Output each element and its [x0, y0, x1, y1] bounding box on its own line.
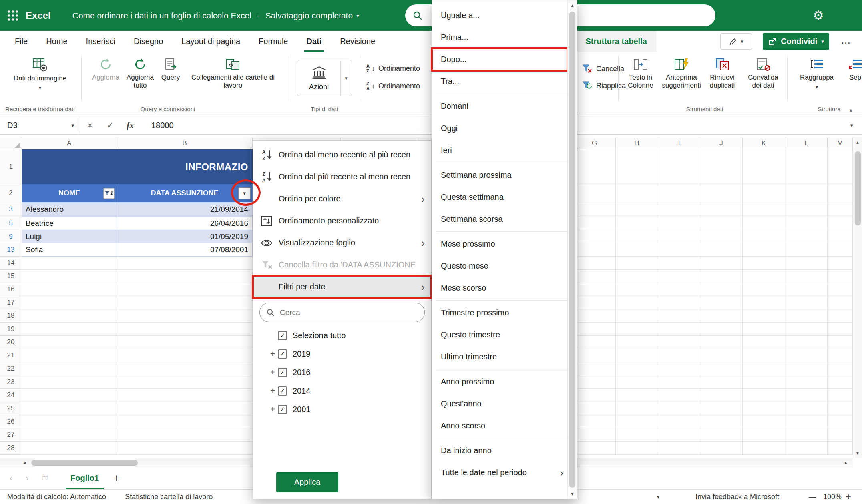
column-header-G[interactable]: G — [573, 137, 616, 149]
column-header-L[interactable]: L — [785, 137, 828, 149]
collapse-ribbon-chevron-icon[interactable]: ▴ — [850, 107, 852, 113]
date-filter-item-quest-anno[interactable]: Quest'anno — [432, 393, 567, 415]
remove-duplicates-button[interactable]: Rimuovi duplicati — [703, 58, 741, 90]
scroll-down-arrow-icon[interactable]: ▾ — [853, 450, 862, 456]
formula-bar-value[interactable]: 18000 — [151, 121, 174, 130]
zoom-level[interactable]: 100% — [823, 490, 842, 504]
row-header-28[interactable]: 28 — [0, 442, 22, 455]
checkbox-checked-icon[interactable]: ✓ — [278, 386, 287, 396]
chevron-down-icon[interactable]: ▾ — [340, 60, 352, 96]
cancel-entry-icon[interactable]: × — [80, 120, 100, 130]
share-button[interactable]: Condividi ▾ — [763, 33, 829, 50]
cell-name[interactable]: Beatrice — [22, 217, 117, 230]
date-filter-item-settimana-scorsa[interactable]: Settimana scorsa — [432, 208, 567, 230]
editing-mode-button[interactable]: ▾ — [720, 33, 752, 50]
row-header-2[interactable]: 2 — [0, 184, 22, 202]
checkbox-checked-icon[interactable]: ✓ — [278, 368, 287, 377]
tab-struttura-tabella[interactable]: Struttura tabella — [577, 31, 656, 52]
sort-newest-to-oldest-button[interactable]: ZA↓ Ordinamento — [366, 82, 420, 91]
cell-date[interactable]: 01/05/2019 — [117, 230, 253, 243]
filter-item-year-2014[interactable]: +✓2014 — [253, 382, 431, 400]
checkbox-checked-icon[interactable]: ✓ — [278, 405, 287, 414]
cell-name[interactable]: Sofia — [22, 243, 117, 256]
scroll-left-arrow-icon[interactable]: ◂ — [23, 458, 26, 467]
workbook-links-button[interactable]: Collegamenti alle cartelle di lavoro — [188, 58, 278, 90]
date-filter-item-da-inizio-anno[interactable]: Da inizio anno — [432, 440, 567, 462]
date-filter-item-questo-mese[interactable]: Questo mese — [432, 255, 567, 277]
row-header-23[interactable]: 23 — [0, 375, 22, 389]
filter-item-select-all[interactable]: ✓Seleziona tutto — [253, 326, 431, 345]
filter-item-year-2016[interactable]: +✓2016 — [253, 363, 431, 382]
tab-dati[interactable]: Dati — [297, 31, 331, 52]
date-filter-item-domani[interactable]: Domani — [432, 95, 567, 117]
column-header-I[interactable]: I — [658, 137, 700, 149]
row-header-13[interactable]: 13 — [0, 243, 22, 257]
tab-disegno[interactable]: Disegno — [125, 31, 172, 52]
previous-sheet-arrow-icon[interactable]: ‹ — [3, 473, 19, 484]
flash-fill-button[interactable]: Anteprima suggerimenti — [662, 58, 701, 90]
filter-menu-item-ordinamento-personalizzato[interactable]: Ordinamento personalizzato — [253, 210, 431, 232]
date-filter-item-mese-scorso[interactable]: Mese scorso — [432, 277, 567, 299]
expand-formula-bar-chevron-icon[interactable]: ▾ — [850, 116, 853, 134]
cell-name-box[interactable]: D3 ▾ — [0, 116, 80, 134]
filter-menu-item-filtri-per-date[interactable]: Filtri per date› — [253, 276, 431, 298]
tab-formule[interactable]: Formule — [249, 31, 297, 52]
nome-sort-filter-badge[interactable]: 1 — [103, 188, 115, 199]
cell-date[interactable]: 26/04/2016 — [117, 217, 253, 230]
column-header-K[interactable]: K — [743, 137, 785, 149]
date-filter-item-oggi[interactable]: Oggi — [432, 117, 567, 139]
sheet-list-menu-icon[interactable]: ≡ — [35, 472, 55, 484]
app-launcher-waffle-icon[interactable] — [0, 0, 26, 31]
tab-file[interactable]: File — [6, 31, 37, 52]
row-header-1[interactable]: 1 — [0, 149, 22, 184]
document-title-text[interactable]: Come ordinare i dati in un foglio di cal… — [72, 11, 251, 20]
more-options-ellipsis[interactable]: … — [841, 34, 851, 46]
sort-oldest-to-newest-button[interactable]: AZ↓ Ordinamento — [366, 64, 420, 73]
status-dropdown-chevron-icon[interactable]: ▾ — [657, 490, 660, 504]
date-filter-item-ieri[interactable]: Ieri — [432, 139, 567, 161]
cell-name[interactable]: Luigi — [22, 230, 117, 243]
refresh-button[interactable]: Aggiorna — [86, 58, 126, 82]
column-header-H[interactable]: H — [616, 137, 658, 149]
calculation-mode-status[interactable]: Modalità di calcolo: Automatico — [7, 493, 106, 501]
date-filter-item-questa-settimana[interactable]: Questa settimana — [432, 186, 567, 208]
date-filter-item-prima[interactable]: Prima... — [432, 26, 567, 48]
row-header-14[interactable]: 14 — [0, 257, 22, 270]
date-filter-item-anno-scorso[interactable]: Anno scorso — [432, 415, 567, 437]
expand-plus-icon[interactable]: + — [267, 349, 278, 359]
scroll-right-arrow-icon[interactable]: ▸ — [845, 458, 847, 467]
data-types-actions-button[interactable]: Azioni ▾ — [297, 60, 352, 96]
reapply-filter-button[interactable]: Riapplica — [581, 80, 626, 91]
data-validation-button[interactable]: Convalida dei dati — [744, 58, 782, 90]
date-filter-item-settimana-prossima[interactable]: Settimana prossima — [432, 164, 567, 186]
submenu-scrollbar[interactable]: ▴ ▾ — [567, 0, 577, 499]
apply-button[interactable]: Applica — [276, 472, 338, 492]
filter-menu-item-cancella-filtro-da-data-assunzione[interactable]: Cancella filtro da 'DATA ASSUNZIONE — [253, 254, 431, 276]
zoom-out-button[interactable]: — — [809, 490, 816, 504]
row-header-24[interactable]: 24 — [0, 389, 22, 402]
row-header-27[interactable]: 27 — [0, 428, 22, 442]
scroll-up-arrow-icon[interactable]: ▴ — [853, 139, 862, 145]
date-filter-item-trimestre-prossimo[interactable]: Trimestre prossimo — [432, 302, 567, 324]
zoom-in-button[interactable]: + — [846, 490, 851, 504]
checkbox-checked-icon[interactable]: ✓ — [278, 349, 287, 359]
date-filter-item-uguale-a[interactable]: Uguale a... — [432, 4, 567, 26]
date-filter-item-dopo[interactable]: Dopo... — [432, 48, 567, 70]
row-header-16[interactable]: 16 — [0, 283, 22, 296]
scroll-up-arrow-icon[interactable]: ▴ — [568, 2, 577, 8]
table-header-nome[interactable]: NOME 1 — [22, 184, 117, 202]
column-header-M[interactable]: M — [828, 137, 853, 149]
expand-plus-icon[interactable]: + — [267, 368, 278, 377]
data-from-picture-button[interactable]: Dati da immagine ▾ — [12, 58, 68, 91]
scroll-down-arrow-icon[interactable]: ▾ — [568, 491, 577, 497]
scrollbar-thumb[interactable] — [31, 460, 138, 466]
next-sheet-arrow-icon[interactable]: › — [19, 473, 35, 484]
tab-layout-di-pagina[interactable]: Layout di pagina — [172, 31, 249, 52]
filter-search-input[interactable] — [280, 308, 418, 317]
settings-gear-icon[interactable]: ⚙ — [805, 0, 832, 31]
row-header-22[interactable]: 22 — [0, 362, 22, 375]
row-header-21[interactable]: 21 — [0, 349, 22, 362]
row-header-15[interactable]: 15 — [0, 270, 22, 283]
tab-revisione[interactable]: Revisione — [331, 31, 384, 52]
tab-home[interactable]: Home — [37, 31, 76, 52]
